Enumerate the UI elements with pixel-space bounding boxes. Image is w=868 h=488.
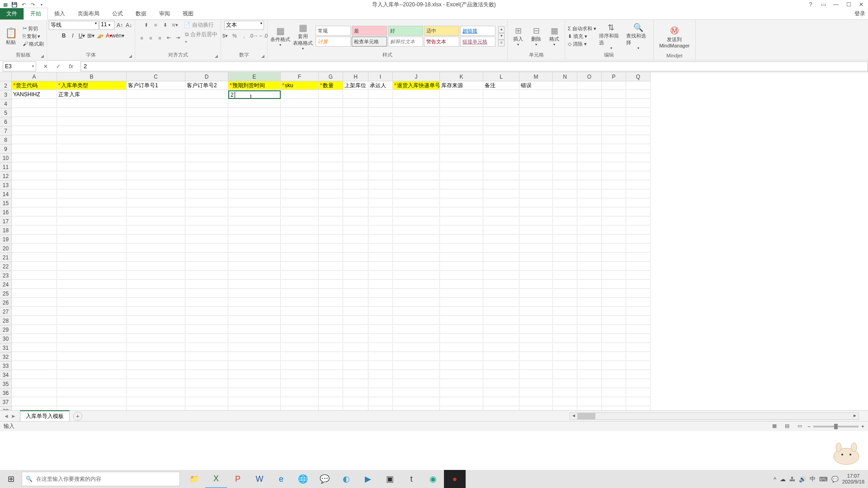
row-header-5[interactable]: 5 xyxy=(0,108,12,117)
cell-F15[interactable] xyxy=(281,199,319,207)
confirm-edit-icon[interactable]: ✓ xyxy=(53,63,63,70)
cell-D2[interactable]: 客户订单号2 xyxy=(185,81,228,90)
help-icon[interactable]: ? xyxy=(807,1,815,8)
cell-O30[interactable] xyxy=(577,334,602,343)
row-header-36[interactable]: 36 xyxy=(0,389,12,398)
cell-C24[interactable] xyxy=(127,280,185,289)
cell-J34[interactable] xyxy=(393,371,440,379)
cell-J23[interactable] xyxy=(393,271,440,280)
cell-E24[interactable] xyxy=(228,280,281,289)
style-check[interactable]: 检查单元格 xyxy=(352,37,387,47)
tab-formulas[interactable]: 公式 xyxy=(106,8,129,19)
tray-cloud-icon[interactable]: ☁ xyxy=(780,476,786,483)
cell-J8[interactable] xyxy=(393,136,440,144)
cell-L29[interactable] xyxy=(483,325,519,334)
cell-F23[interactable] xyxy=(281,271,319,280)
task-word-icon[interactable]: W xyxy=(249,470,270,488)
cell-M33[interactable] xyxy=(519,361,553,370)
indent-inc-icon[interactable]: ⇥ xyxy=(174,34,182,42)
cell-K23[interactable] xyxy=(440,271,483,280)
cell-D30[interactable] xyxy=(185,334,228,343)
cell-B12[interactable] xyxy=(57,172,127,180)
cell-Q4[interactable] xyxy=(626,99,651,108)
row-header-28[interactable]: 28 xyxy=(0,316,12,325)
cell-P6[interactable] xyxy=(602,117,626,126)
cell-A33[interactable] xyxy=(12,361,57,370)
cell-L20[interactable] xyxy=(483,244,519,253)
col-header-O[interactable]: O xyxy=(577,72,602,81)
cell-O29[interactable] xyxy=(577,325,602,334)
fx-icon[interactable]: fx xyxy=(66,63,76,70)
cell-K3[interactable] xyxy=(440,90,483,99)
cell-A17[interactable] xyxy=(12,217,57,225)
cell-I18[interactable] xyxy=(368,226,393,235)
cell-H14[interactable] xyxy=(343,190,368,198)
cell-M14[interactable] xyxy=(519,190,553,198)
minimize-icon[interactable]: — xyxy=(832,1,840,8)
cell-A18[interactable] xyxy=(12,226,57,235)
cell-G20[interactable] xyxy=(319,244,343,253)
cell-C9[interactable] xyxy=(127,145,185,153)
cell-L10[interactable] xyxy=(483,154,519,162)
number-format-select[interactable]: 文本▾ xyxy=(224,21,264,30)
cell-M8[interactable] xyxy=(519,136,553,144)
cell-I7[interactable] xyxy=(368,127,393,135)
start-button[interactable]: ⊞ xyxy=(0,470,22,488)
cell-H34[interactable] xyxy=(343,371,368,379)
cell-G35[interactable] xyxy=(319,380,343,388)
cell-Q26[interactable] xyxy=(626,298,651,307)
cell-E27[interactable] xyxy=(228,307,281,316)
cell-K4[interactable] xyxy=(440,99,483,108)
cell-E25[interactable] xyxy=(228,289,281,298)
cell-B8[interactable] xyxy=(57,136,127,144)
cell-K36[interactable] xyxy=(440,389,483,397)
cell-L11[interactable] xyxy=(483,163,519,171)
cell-E26[interactable] xyxy=(228,298,281,307)
cell-B5[interactable] xyxy=(57,108,127,117)
cell-L27[interactable] xyxy=(483,307,519,316)
cell-Q17[interactable] xyxy=(626,217,651,225)
cell-L9[interactable] xyxy=(483,145,519,153)
cell-Q38[interactable] xyxy=(626,407,651,410)
cell-Q14[interactable] xyxy=(626,190,651,198)
cell-B33[interactable] xyxy=(57,361,127,370)
cell-L17[interactable] xyxy=(483,217,519,225)
cell-B21[interactable] xyxy=(57,253,127,262)
cell-H24[interactable] xyxy=(343,280,368,289)
cell-B19[interactable] xyxy=(57,235,127,244)
cell-N8[interactable] xyxy=(553,136,577,144)
cell-N21[interactable] xyxy=(553,253,577,262)
cell-B9[interactable] xyxy=(57,145,127,153)
tab-file[interactable]: 文件 xyxy=(0,8,24,19)
cell-M17[interactable] xyxy=(519,217,553,225)
cell-Q34[interactable] xyxy=(626,371,651,379)
qat-dropdown-icon[interactable]: ▾ xyxy=(38,1,45,8)
cell-P36[interactable] xyxy=(602,389,626,397)
cell-D38[interactable] xyxy=(185,407,228,410)
cell-N30[interactable] xyxy=(553,334,577,343)
cell-D37[interactable] xyxy=(185,398,228,406)
cell-F6[interactable] xyxy=(281,117,319,126)
cell-G29[interactable] xyxy=(319,325,343,334)
cell-L2[interactable]: 备注 xyxy=(483,81,519,90)
cell-B13[interactable] xyxy=(57,181,127,189)
tab-data[interactable]: 数据 xyxy=(129,8,153,19)
cell-I2[interactable]: 承运人 xyxy=(368,81,393,90)
cell-H3[interactable] xyxy=(343,90,368,99)
cell-A37[interactable] xyxy=(12,398,57,406)
cell-H28[interactable] xyxy=(343,316,368,325)
cell-C36[interactable] xyxy=(127,389,185,397)
row-header-8[interactable]: 8 xyxy=(0,136,12,145)
cell-O20[interactable] xyxy=(577,244,602,253)
cell-O3[interactable] xyxy=(577,90,602,99)
cell-C34[interactable] xyxy=(127,371,185,379)
cell-D34[interactable] xyxy=(185,371,228,379)
row-header-2[interactable]: 2 xyxy=(0,81,12,90)
phonetic-button[interactable]: wén▾ xyxy=(114,32,122,40)
cell-M4[interactable] xyxy=(519,99,553,108)
cell-D22[interactable] xyxy=(185,262,228,271)
cell-B29[interactable] xyxy=(57,325,127,334)
cell-G19[interactable] xyxy=(319,235,343,244)
tray-notification-icon[interactable]: 💬 xyxy=(831,476,839,483)
tray-up-icon[interactable]: ^ xyxy=(774,476,776,483)
